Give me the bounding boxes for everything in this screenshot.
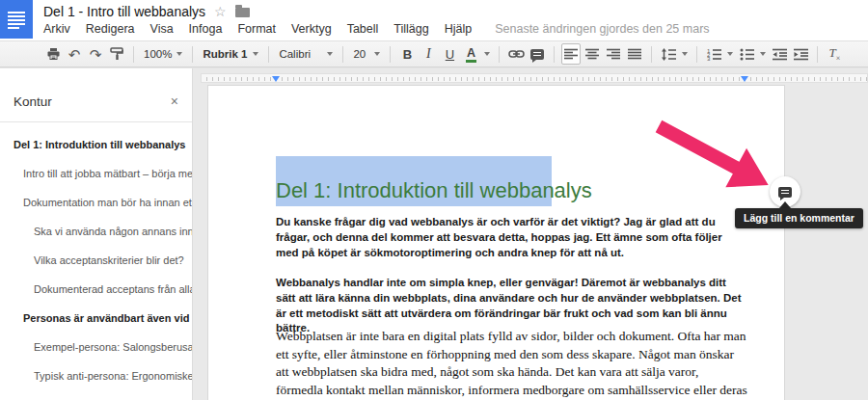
- outline-item[interactable]: Dokumentation man bör ha innan ett …: [0, 188, 192, 217]
- selected-heading[interactable]: Del 1: Introduktion till webbanalys: [276, 156, 552, 206]
- menu-hjalp[interactable]: Hjälp: [445, 22, 473, 36]
- increase-indent-icon: [794, 48, 808, 61]
- underline-button[interactable]: U: [440, 43, 459, 65]
- chevron-down-icon: [682, 52, 688, 56]
- last-edit-status[interactable]: Senaste ändringen gjordes den 25 mars: [495, 22, 709, 36]
- menu-visa[interactable]: Visa: [150, 22, 174, 36]
- numbered-list-button[interactable]: 123: [704, 43, 723, 65]
- chevron-down-icon: [253, 52, 258, 56]
- italic-button[interactable]: I: [419, 43, 438, 65]
- chevron-down-icon: [760, 52, 766, 56]
- redo-button[interactable]: ↷: [86, 43, 105, 65]
- size-value: 20: [353, 48, 366, 60]
- paragraph-1[interactable]: Du kanske frågar dig vad webbanalys är o…: [276, 215, 747, 260]
- topbar: Del 1 - Intro till webbanalys ☆ Arkiv Re…: [0, 0, 868, 40]
- outline-item[interactable]: Typisk anti-persona: Ergonomiske …: [0, 361, 192, 390]
- outline-panel: Kontur × Del 1: Introduktion till webban…: [0, 68, 193, 400]
- bulleted-list-icon: [740, 48, 754, 61]
- divider: [0, 121, 192, 122]
- align-center-icon: [585, 48, 599, 60]
- chevron-down-icon: [327, 52, 333, 56]
- add-comment-tooltip: Lägg till en kommentar: [735, 208, 863, 228]
- font-family-select[interactable]: Calibri: [275, 43, 337, 65]
- menu-redigera[interactable]: Redigera: [86, 22, 135, 36]
- insert-comment-icon: [530, 49, 544, 60]
- bulleted-list-dropdown[interactable]: [758, 43, 768, 65]
- google-docs-window: Del 1 - Intro till webbanalys ☆ Arkiv Re…: [0, 0, 868, 400]
- align-center-button[interactable]: [583, 43, 602, 65]
- outline-panel-title: Kontur: [14, 94, 52, 109]
- font-value: Calibri: [279, 48, 311, 60]
- ruler[interactable]: [201, 73, 868, 83]
- decrease-indent-button[interactable]: [770, 43, 789, 65]
- align-justify-button[interactable]: [625, 43, 644, 65]
- line-spacing-icon: [662, 48, 676, 61]
- numbered-list-dropdown[interactable]: [725, 43, 735, 65]
- paragraph-style-select[interactable]: Rubrik 1: [199, 43, 262, 65]
- paint-format-button[interactable]: [107, 43, 126, 65]
- align-left-button[interactable]: [561, 43, 581, 65]
- close-icon[interactable]: ×: [171, 93, 178, 109]
- chevron-down-icon: [176, 52, 182, 56]
- undo-button[interactable]: ↶: [65, 43, 84, 65]
- menu-tabell[interactable]: Tabell: [347, 22, 379, 36]
- document-page[interactable]: Del 1: Introduktion till webbanalys Du k…: [207, 85, 785, 400]
- menu-arkiv[interactable]: Arkiv: [43, 22, 70, 36]
- document-canvas: Del 1: Introduktion till webbanalys Du k…: [193, 68, 868, 400]
- decrease-indent-icon: [773, 48, 787, 61]
- paragraph-3[interactable]: Webbplatsen är inte bara en digital plat…: [276, 328, 747, 400]
- line-spacing-dropdown[interactable]: [680, 43, 690, 65]
- indent-marker-right[interactable]: [741, 76, 748, 82]
- align-justify-icon: [628, 48, 641, 60]
- increase-indent-button[interactable]: [791, 43, 810, 65]
- docs-logo-icon[interactable]: [0, 0, 33, 39]
- text-color-button[interactable]: A: [461, 43, 480, 65]
- tooltip-caret: [779, 201, 791, 208]
- outline-item[interactable]: Del 1: Introduktion till webbanalys: [0, 130, 192, 159]
- paint-format-icon: [110, 47, 123, 61]
- align-right-button[interactable]: [604, 43, 623, 65]
- document-title[interactable]: Del 1 - Intro till webbanalys: [43, 4, 205, 19]
- comment-icon: [778, 187, 792, 198]
- star-icon[interactable]: ☆: [214, 5, 227, 18]
- menu-bar: Arkiv Redigera Visa Infoga Format Verkty…: [43, 22, 710, 36]
- menu-format[interactable]: Format: [237, 22, 276, 36]
- outline-item[interactable]: Intro till att jobba mätbart – börja med…: [0, 159, 192, 188]
- bulleted-list-button[interactable]: [737, 43, 756, 65]
- font-size-select[interactable]: 20: [349, 43, 384, 65]
- clear-formatting-icon: T×: [829, 45, 841, 63]
- chevron-down-icon: [484, 52, 490, 56]
- zoom-select[interactable]: 100%: [140, 43, 186, 65]
- align-right-icon: [607, 48, 620, 60]
- folder-icon[interactable]: [235, 8, 250, 17]
- outline-item[interactable]: Personas är användbart även vid anv…: [0, 304, 192, 333]
- zoom-value: 100%: [144, 48, 172, 60]
- menu-tillagg[interactable]: Tillägg: [393, 22, 428, 36]
- svg-text:3: 3: [707, 56, 711, 61]
- text-color-dropdown[interactable]: [482, 43, 492, 65]
- undo-icon: ↶: [68, 47, 81, 62]
- redo-icon: ↷: [90, 47, 102, 62]
- outline-item[interactable]: Ska vi använda någon annans inn…: [0, 217, 192, 246]
- align-left-icon: [564, 48, 578, 60]
- clear-formatting-button[interactable]: T×: [825, 43, 844, 65]
- style-value: Rubrik 1: [203, 48, 247, 60]
- insert-comment-button[interactable]: [528, 43, 547, 65]
- indent-marker-left[interactable]: [272, 76, 280, 82]
- print-icon: [46, 47, 61, 61]
- outline-item[interactable]: Vilka acceptanskriterier blir det?: [0, 246, 192, 275]
- print-button[interactable]: [43, 43, 63, 65]
- line-spacing-button[interactable]: [659, 43, 678, 65]
- link-icon: [508, 48, 525, 60]
- insert-link-button[interactable]: [506, 43, 526, 65]
- numbered-list-icon: 123: [707, 48, 721, 61]
- outline-item[interactable]: Dokumenterad acceptans från alla …: [0, 275, 192, 304]
- document-heading-text: Del 1: Introduktion till webbanalys: [276, 176, 594, 206]
- outline-item[interactable]: Exempel-persona: Salongsberusa…: [0, 333, 192, 361]
- menu-verktyg[interactable]: Verktyg: [291, 22, 332, 36]
- toolbar: ↶ ↷ 100% Rubrik 1 Calibri 20 B I U: [0, 40, 868, 67]
- chevron-down-icon: [374, 52, 380, 56]
- menu-infoga[interactable]: Infoga: [189, 22, 223, 36]
- bold-button[interactable]: B: [397, 43, 417, 65]
- text-color-icon: A: [467, 46, 475, 63]
